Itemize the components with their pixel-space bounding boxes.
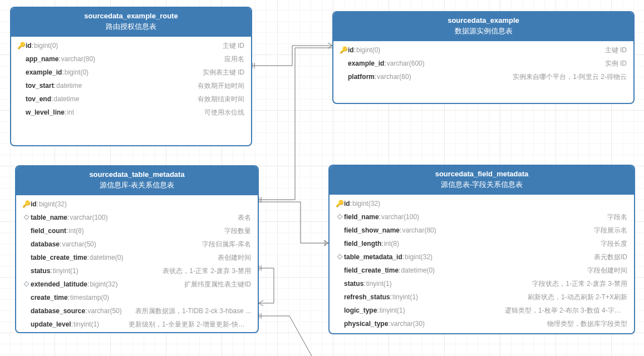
column-type: datetime	[53, 94, 79, 104]
column-row[interactable]: create_time: timestamp(0)	[16, 291, 258, 304]
svg-line-2	[328, 43, 332, 46]
table-header: sourcedata_example_route 路由授权信息表	[11, 8, 251, 37]
column-row[interactable]: 🔑 id: bigint(0) 主键 ID	[333, 43, 633, 57]
column-row[interactable]: tov_end: datetime 有效期结束时间	[11, 92, 251, 106]
table-sourcedata-example-route[interactable]: sourcedata_example_route 路由授权信息表 🔑 id: b…	[10, 7, 252, 146]
column-type: varchar(600)	[387, 58, 425, 68]
column-name: physical_type	[344, 319, 388, 329]
column-row[interactable]: database: varchar(50) 字段归属库-库名	[16, 238, 258, 251]
column-type: bigint(32)	[405, 252, 432, 262]
column-type: tinyint(1)	[53, 266, 78, 276]
table-sourcedata-table-metadata[interactable]: sourcedata_table_metadata 源信息库-表关系信息表 🔑 …	[15, 165, 259, 333]
column-row[interactable]: database_source: varchar(50) 表所属数据源，1-TI…	[16, 304, 258, 318]
column-type: bigint(0)	[70, 333, 94, 333]
column-comment: 表创建时间	[218, 253, 251, 263]
column-row[interactable]: field_length: int(8) 字段长度	[330, 237, 634, 250]
column-name: field_show_name	[344, 225, 400, 235]
table-header: sourcedata_example 数据源实例信息表	[333, 12, 633, 41]
column-row[interactable]: platform: varchar(60) 实例来自哪个平台，1-阿里云 2-得…	[333, 70, 633, 83]
column-row[interactable]: table_create_time: datetime(0) 表创建时间	[16, 251, 258, 264]
column-type: varchar(30)	[391, 319, 425, 329]
column-comment: 字段名	[607, 212, 627, 222]
column-name: platform	[348, 72, 375, 82]
column-name: app_name	[26, 54, 58, 64]
column-row[interactable]: example_id: varchar(600) 实例 ID	[333, 57, 633, 70]
column-name: field_length	[344, 239, 381, 249]
column-row[interactable]: field_name: varchar(100) 字段名	[330, 210, 634, 224]
column-type: bigint(0)	[34, 41, 58, 51]
column-name: table_name	[31, 212, 67, 222]
column-row[interactable]: update_level: tinyint(1) 更新级别，1-全量更新 2-增…	[16, 318, 258, 331]
column-type: timestamp(0)	[70, 293, 109, 303]
column-comment: 实例 ID	[605, 58, 627, 68]
column-list: 🔑 id: bigint(32) table_name: varchar(100…	[16, 195, 258, 333]
column-row[interactable]: w_level_line: int 可使用水位线	[11, 106, 251, 119]
column-list: 🔑 id: bigint(0) 主键 ID app_name: varchar(…	[11, 37, 251, 125]
column-type: varchar(50)	[87, 306, 121, 316]
column-list: 🔑 id: bigint(32) field_name: varchar(100…	[330, 195, 634, 334]
column-name: id	[348, 45, 354, 55]
column-row[interactable]: field_count: int(8) 字段数量	[16, 224, 258, 238]
column-row[interactable]: example_id: bigint(0) 实例表主键 ID	[11, 66, 251, 79]
column-name: status	[344, 279, 363, 289]
column-comment: 逻辑类型，1-枚举 2-布尔 3-数值 4-字符串 5-日期 6-区间 7-数组…	[505, 305, 627, 315]
column-type: tinyint(1)	[366, 279, 392, 289]
column-type: bigint(32)	[39, 199, 67, 209]
column-comment: 字段状态，1-正常 2-废弃 3-禁用	[532, 279, 627, 289]
primary-key-icon: 🔑	[22, 199, 31, 209]
column-name: example_id	[26, 67, 62, 77]
column-name: refresh_status	[344, 292, 390, 302]
column-name: w_level_line	[26, 107, 65, 117]
column-row[interactable]: status: tinyint(1) 字段状态，1-正常 2-废弃 3-禁用	[330, 277, 634, 290]
column-row[interactable]: table_name: varchar(100) 表名	[16, 211, 258, 224]
column-name: id	[26, 41, 32, 51]
table-sourcedata-example[interactable]: sourcedata_example 数据源实例信息表 🔑 id: bigint…	[332, 11, 635, 104]
column-comment: 字段归属库-库名	[202, 239, 251, 249]
column-name: field_count	[31, 226, 66, 236]
index-diamond-icon	[337, 214, 342, 220]
column-row[interactable]: physical_type: varchar(30) 物理类型，数据库字段类型	[330, 317, 634, 330]
column-name: table_create_time	[31, 253, 87, 263]
column-name: logic_type	[344, 305, 377, 315]
column-row[interactable]: extended_latitude: bigint(32) 扩展纬度属性表主键I…	[16, 278, 258, 291]
column-name: table_metadata_id	[344, 252, 402, 262]
column-comment: 实例来自哪个平台，1-阿里云 2-得物云	[513, 72, 627, 82]
table-name: sourcedata_table_metadata	[18, 170, 255, 180]
erd-canvas[interactable]: sourcedata_example_route 路由授权信息表 🔑 id: b…	[0, 0, 644, 356]
primary-key-icon: 🔑	[17, 41, 26, 51]
index-diamond-icon	[23, 281, 29, 287]
column-type: varchar(100)	[381, 212, 419, 222]
column-row[interactable]: 🔑 id: bigint(32)	[330, 197, 634, 210]
column-comment: 字段长度	[601, 239, 627, 249]
column-comment: 刷新状态，1-动态刷新 2-T+X刷新	[528, 292, 627, 302]
column-row[interactable]: 🔑 id: bigint(32)	[16, 197, 258, 211]
table-name: sourcedata_field_metadata	[332, 169, 632, 180]
column-comment: 字段创建时间	[587, 265, 627, 275]
column-row[interactable]: app_name: varchar(80) 应用名	[11, 52, 251, 66]
column-row[interactable]: 🔑 id: bigint(0) 主键 ID	[11, 39, 251, 52]
column-row[interactable]: field_create_time: datetime(0) 字段创建时间	[330, 264, 634, 277]
column-comment: 实例表主键 ID	[209, 333, 251, 333]
column-row[interactable]: refresh_status: tinyint(1) 刷新状态，1-动态刷新 2…	[330, 290, 634, 304]
column-comment: 物理类型，数据库字段类型	[547, 319, 627, 329]
table-subtitle: 数据源实例信息表	[336, 26, 631, 37]
table-sourcedata-field-metadata[interactable]: sourcedata_field_metadata 源信息表-字段关系信息表 🔑…	[328, 165, 635, 334]
column-row[interactable]: status: tinyint(1) 表状态，1-正常 2-废弃 3-禁用	[16, 264, 258, 278]
column-comment: 表所属数据源，1-TIDB 2-ck 3-hbase ...	[135, 306, 251, 316]
column-row[interactable]: logic_type: tinyint(1) 逻辑类型，1-枚举 2-布尔 3-…	[330, 304, 634, 317]
column-row[interactable]: field_show_name: varchar(80) 字段展示名	[330, 224, 634, 237]
column-type: varchar(80)	[61, 54, 95, 64]
column-comment: 主键 ID	[605, 45, 627, 55]
column-row[interactable]: example_id: bigint(0) 实例表主键 ID	[16, 331, 258, 333]
column-type: tinyint(1)	[392, 292, 418, 302]
table-name: sourcedata_example_route	[13, 11, 249, 22]
column-name: id	[31, 199, 37, 209]
column-type: datetime(0)	[90, 253, 124, 263]
column-type: varchar(50)	[62, 239, 96, 249]
column-name: field_name	[344, 212, 379, 222]
column-row[interactable]: tov_start: datetime 有效期开始时间	[11, 79, 251, 92]
column-type: tinyint(1)	[73, 319, 99, 329]
table-subtitle: 路由授权信息表	[13, 22, 249, 32]
column-comment: 更新级别，1-全量更新 2-增量更新-快照形式 3...	[129, 319, 251, 329]
column-row[interactable]: table_metadata_id: bigint(32) 表元数据ID	[330, 250, 634, 264]
